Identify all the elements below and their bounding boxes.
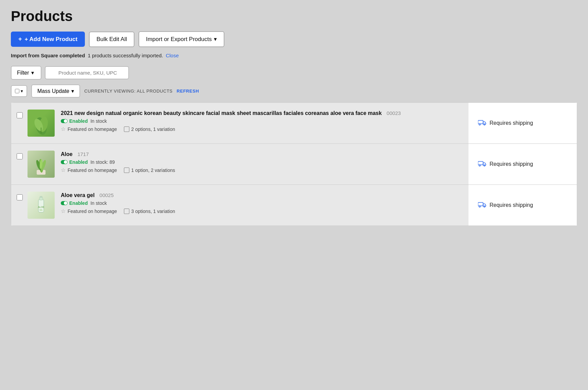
- product-image-2: [27, 151, 55, 178]
- import-export-button[interactable]: Import or Export Products ▾: [139, 31, 224, 47]
- import-export-label: Import or Export Products: [146, 36, 212, 43]
- plus-icon: +: [18, 36, 22, 43]
- viewing-label: CURRENTLY VIEWING: ALL PRODUCTS: [84, 89, 172, 94]
- requires-shipping-label-1: Requires shipping: [490, 120, 533, 126]
- svg-point-5: [479, 124, 480, 125]
- page-title: Products: [11, 8, 577, 24]
- enabled-badge-1: Enabled: [61, 118, 88, 124]
- import-notice-message: 1 products successfully imported.: [88, 53, 163, 58]
- product-checkbox-2[interactable]: [17, 153, 23, 159]
- requires-shipping-panel-1: Requires shipping: [468, 103, 577, 143]
- featured-item-1: ☆ Featured on homepage: [61, 126, 117, 132]
- featured-item-3: ☆ Featured on homepage: [61, 208, 117, 214]
- filter-button[interactable]: Filter ▾: [11, 66, 41, 80]
- table-row: 2021 new design natual organic korean be…: [11, 103, 577, 144]
- toolbar: + + Add New Product Bulk Edit All Import…: [11, 31, 577, 47]
- close-import-link[interactable]: Close: [166, 53, 179, 58]
- variations-item-1: 2 options, 1 variation: [124, 126, 175, 132]
- enabled-badge-3: Enabled: [61, 200, 88, 206]
- products-table: 2021 new design natual organic korean be…: [11, 102, 577, 226]
- mass-update-label: Mass Update: [37, 88, 69, 94]
- product-checkbox-3[interactable]: [17, 194, 23, 200]
- mass-update-chevron-icon: ▾: [71, 88, 74, 94]
- copy-icon-2: [124, 168, 129, 173]
- svg-rect-17: [40, 196, 42, 198]
- star-icon-1: ☆: [61, 126, 66, 132]
- svg-text:ALOE: ALOE: [38, 206, 44, 208]
- table-row: Aloe 1717 Enabled In stock: 89 ☆ Feature…: [11, 144, 577, 185]
- svg-text:GEL: GEL: [39, 209, 43, 211]
- product-checkbox-1[interactable]: [17, 112, 23, 118]
- filter-label: Filter: [17, 70, 29, 76]
- add-new-product-button[interactable]: + + Add New Product: [11, 32, 85, 47]
- truck-icon-2: [478, 160, 486, 168]
- enabled-toggle-2: [61, 160, 68, 164]
- import-notice-label: Import from Square completed: [11, 53, 85, 58]
- svg-point-22: [484, 206, 485, 207]
- import-notice: Import from Square completed 1 products …: [11, 53, 577, 58]
- enabled-badge-2: Enabled: [61, 159, 88, 165]
- stock-label-3: In stock: [90, 200, 107, 206]
- svg-rect-20: [478, 202, 483, 206]
- stock-label-2: In stock: 89: [90, 159, 115, 165]
- add-button-label: + Add New Product: [25, 36, 78, 43]
- table-row: ALOE GEL Aloe vera gel 00025 Enabled In …: [11, 185, 577, 226]
- requires-shipping-panel-2: Requires shipping: [468, 144, 577, 184]
- enabled-toggle-1: [61, 119, 68, 123]
- product-image-1: [27, 110, 55, 137]
- bulk-edit-all-button[interactable]: Bulk Edit All: [89, 32, 134, 47]
- requires-shipping-panel-3: Requires shipping: [468, 185, 577, 226]
- row-checkbox-2[interactable]: [17, 153, 23, 161]
- actions-row: ▾ Mass Update ▾ CURRENTLY VIEWING: ALL P…: [11, 84, 577, 98]
- select-all-checkbox-button[interactable]: ▾: [11, 85, 27, 97]
- enabled-toggle-3: [61, 201, 68, 205]
- svg-point-13: [479, 165, 480, 166]
- refresh-link[interactable]: REFRESH: [177, 89, 199, 94]
- bulk-edit-label: Bulk Edit All: [96, 36, 127, 43]
- product-sku-2: 1717: [77, 151, 89, 157]
- product-sku-1: 00023: [387, 110, 401, 116]
- search-wrapper: 🔍: [45, 66, 577, 79]
- filter-chevron-icon: ▾: [31, 70, 34, 76]
- truck-icon-3: [478, 201, 486, 209]
- copy-icon-1: [124, 126, 129, 132]
- filter-row: Filter ▾ 🔍: [11, 66, 577, 80]
- select-all-checkbox[interactable]: [15, 89, 19, 93]
- star-icon-2: ☆: [61, 167, 66, 173]
- row-checkbox-3[interactable]: [17, 194, 23, 202]
- variations-item-2: 1 option, 2 variations: [124, 168, 175, 173]
- stock-label-1: In stock: [90, 118, 107, 124]
- star-icon-3: ☆: [61, 208, 66, 214]
- copy-icon-3: [124, 209, 129, 214]
- variations-item-3: 3 options, 1 variation: [124, 209, 175, 214]
- svg-rect-4: [478, 120, 483, 124]
- svg-rect-12: [478, 161, 483, 165]
- checkbox-chevron-icon: ▾: [21, 89, 23, 94]
- product-sku-3: 00025: [99, 192, 114, 198]
- chevron-down-icon: ▾: [214, 36, 217, 43]
- featured-item-2: ☆ Featured on homepage: [61, 167, 117, 173]
- product-image-3: ALOE GEL: [27, 192, 55, 219]
- svg-point-21: [479, 206, 480, 207]
- search-input[interactable]: [45, 66, 129, 79]
- requires-shipping-label-2: Requires shipping: [490, 161, 533, 167]
- requires-shipping-label-3: Requires shipping: [490, 202, 533, 208]
- row-checkbox-1[interactable]: [17, 112, 23, 120]
- truck-icon-1: [478, 119, 486, 127]
- svg-point-14: [484, 165, 485, 166]
- svg-rect-16: [39, 197, 43, 200]
- mass-update-button[interactable]: Mass Update ▾: [31, 84, 80, 98]
- svg-point-6: [484, 124, 485, 125]
